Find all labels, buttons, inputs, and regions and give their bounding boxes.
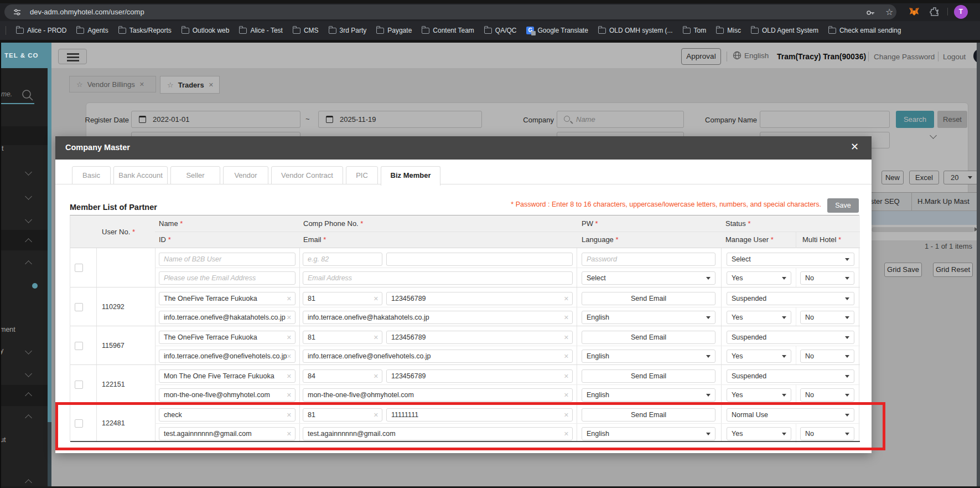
clear-icon[interactable]: ✕ [287,370,292,382]
browser-profile-avatar[interactable]: T [954,5,968,19]
id-input[interactable]: Please use the Email Address [159,271,295,285]
language-select[interactable]: Select [582,271,715,285]
clear-icon[interactable]: ✕ [564,292,569,305]
clear-icon[interactable]: ✕ [564,331,569,343]
status-select[interactable]: Suspended [727,369,854,383]
language-select[interactable]: English [582,311,715,324]
row-checkbox[interactable] [75,303,83,311]
modal-tab-pic[interactable]: PIC [346,166,378,184]
site-settings-icon[interactable] [13,8,21,16]
clear-icon[interactable]: ✕ [374,370,378,382]
clear-icon[interactable]: ✕ [374,331,378,343]
name-input[interactable]: Mon The One Five Terrace Fukuoka✕ [159,369,295,383]
email-input[interactable]: info.terrace.onefive@onefivehotels.co.jp… [303,350,573,363]
clear-icon[interactable]: ✕ [287,292,292,305]
phone-number-input[interactable]: 123456789✕ [386,369,573,383]
sidebar-item-fragment[interactable]: ment [0,326,15,333]
bookmark-item[interactable]: Alice - PROD [16,27,66,34]
status-select[interactable]: Suspended [727,331,854,344]
id-input[interactable]: mon-the-one-five@ohmyhotel.com✕ [159,388,295,402]
extensions-icon[interactable] [930,7,940,17]
clear-icon[interactable]: ✕ [287,389,292,401]
bookmark-item[interactable]: Check email sending [828,27,901,34]
phone-number-input[interactable] [386,253,573,266]
manage-user-select[interactable]: Yes [727,350,791,363]
sidebar-active-item[interactable] [0,230,48,250]
manage-user-select[interactable]: Yes [727,388,791,402]
phone-code-input[interactable]: 81✕ [303,292,382,305]
bookmark-item[interactable]: CMS [293,27,319,34]
bookmark-item[interactable]: Paygate [376,27,412,34]
bookmark-item[interactable]: QA/QC [484,27,517,34]
multi-hotel-select[interactable]: No [800,271,854,285]
chevron-down-icon [782,355,786,358]
page-scrollbar[interactable] [977,43,980,488]
name-input[interactable]: Name of B2B User [159,253,295,266]
email-input[interactable]: mon-the-one-five@ohmyhotel.com✕ [303,388,573,402]
send-email-button[interactable]: Send Email [582,292,715,305]
modal-tab-vendor[interactable]: Vendor [223,166,268,184]
id-input[interactable]: info.terrace.onefive@onefivehotels.co.jp… [159,350,295,363]
bookmark-item[interactable]: GGoogle Translate [526,27,588,34]
status-select[interactable]: Select [727,253,854,266]
bookmark-item[interactable]: Tasks/Reports [118,27,172,34]
language-select[interactable]: English [582,388,715,402]
row-checkbox[interactable] [75,342,83,350]
multi-hotel-select[interactable]: No [800,311,854,324]
modal-tab-bank-account[interactable]: Bank Account [113,166,168,184]
clear-icon[interactable]: ✕ [564,350,569,362]
menu-search-input[interactable]: me. [1,90,12,98]
id-input[interactable]: info.terrace.onefive@hakatahotels.co.jp✕ [159,311,295,324]
phone-number-input[interactable]: 123456789✕ [386,331,573,344]
bookmark-item[interactable]: Outlook web [182,27,230,34]
url-bar[interactable]: dev-adm.ohmyhotel.com/user/comp ☆ [4,4,896,19]
email-input[interactable]: Email Address [303,271,573,285]
bookmark-item[interactable]: Misc [716,27,741,34]
phone-code-input[interactable]: 81✕ [303,331,382,344]
password-key-icon[interactable] [865,8,875,18]
clear-icon[interactable]: ✕ [374,292,378,305]
password-input[interactable]: Password [582,253,715,266]
sidebar-item-fragment[interactable]: t [2,145,3,152]
bookmark-item[interactable]: Tom [683,27,707,34]
clear-icon[interactable]: ✕ [564,370,569,382]
modal-tab-basic[interactable]: Basic [72,166,111,184]
manage-user-select[interactable]: Yes [727,311,791,324]
metamask-extension-icon[interactable] [908,6,920,18]
modal-tab-biz-member[interactable]: Biz Member [381,166,440,186]
clear-icon[interactable]: ✕ [287,331,292,343]
close-icon[interactable]: ✕ [851,141,859,153]
bookmark-item[interactable]: Agents [76,27,108,34]
save-button[interactable]: Save [827,198,859,213]
sidebar-active-item[interactable] [0,385,48,406]
bookmark-item[interactable]: OLD Agent System [751,27,818,34]
multi-hotel-select[interactable]: No [800,350,854,363]
modal-tab-seller[interactable]: Seller [170,166,220,184]
name-input[interactable]: The OneFive Terrace Fukuoka✕ [159,292,295,305]
modal-tab-vendor-contract[interactable]: Vendor Contract [271,166,343,184]
menu-search-icon[interactable] [21,89,34,102]
phone-number-input[interactable]: 123456789✕ [386,292,573,305]
send-email-button[interactable]: Send Email [582,369,715,383]
status-select[interactable]: Suspended [727,292,854,305]
row-checkbox[interactable] [75,264,83,272]
clear-icon[interactable]: ✕ [564,389,569,401]
sidebar-active-item[interactable] [0,126,48,145]
multi-hotel-select[interactable]: No [800,388,854,402]
bookmark-item[interactable]: OLD OMH system (... [598,27,673,34]
name-input[interactable]: The OneFive Terrace Fukuoka✕ [159,331,295,344]
send-email-button[interactable]: Send Email [582,331,715,344]
manage-user-select[interactable]: Yes [727,271,791,285]
clear-icon[interactable]: ✕ [287,311,292,323]
row-checkbox[interactable] [75,381,83,389]
email-input[interactable]: info.terrace.onefive@hakatahotels.co.jp✕ [303,311,573,324]
phone-code-input[interactable]: 84✕ [303,369,382,383]
bookmark-item[interactable]: 3rd Party [329,27,367,34]
bookmark-star-icon[interactable]: ☆ [885,7,893,17]
clear-icon[interactable]: ✕ [287,350,292,362]
bookmark-item[interactable]: Alice - Test [239,27,282,34]
phone-code-input[interactable]: e.g. 82 [303,253,382,266]
bookmark-item[interactable]: Content Team [422,27,474,34]
language-select[interactable]: English [582,350,715,363]
clear-icon[interactable]: ✕ [564,311,569,323]
